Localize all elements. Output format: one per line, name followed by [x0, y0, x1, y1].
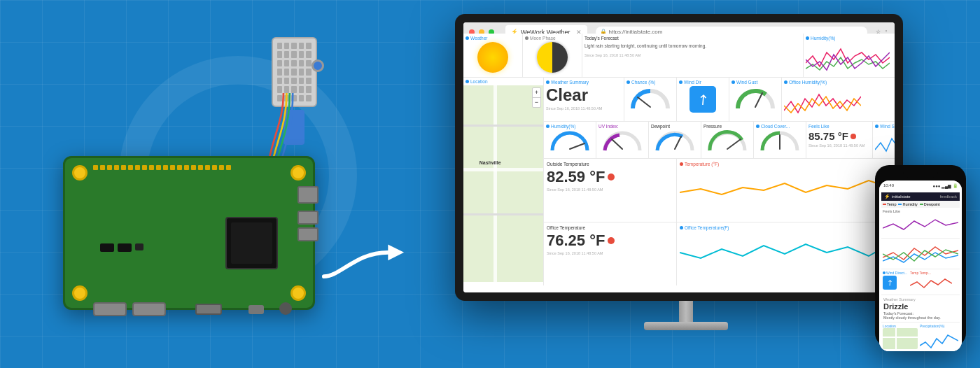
dashboard-row1: Weather Moon Phase Today's Forecast Ligh…	[463, 34, 895, 78]
micro-usb-port	[248, 305, 264, 314]
dewpoint-label: Dewpoint	[651, 124, 670, 129]
dewpoint-gauge-svg	[654, 129, 695, 153]
temp-chart-widget: Temperature (°F)	[677, 159, 895, 222]
sensor-hole	[306, 86, 311, 92]
sensor-hole	[306, 69, 311, 75]
chip-small	[118, 243, 132, 252]
sensor-hole	[306, 60, 311, 66]
summary-since: Since Sep 16, 2018 11:48:50 AM	[546, 106, 622, 111]
map-road3	[463, 213, 543, 215]
phone-precip-section: Precipitation(%)	[920, 324, 958, 351]
phone-signal: ●●● ▂▄▆ 🔋	[933, 183, 958, 188]
moon-widget-icon	[537, 42, 568, 73]
wind-gust-gauge	[734, 86, 776, 111]
sensor-hole	[299, 60, 304, 66]
map-widget-tall: Location Nashville + −	[463, 78, 544, 285]
moon-widget: Moon Phase	[523, 34, 582, 77]
sensor-hole	[284, 69, 289, 75]
phone-status-bar: 10:40 ●●● ▂▄▆ 🔋	[879, 181, 962, 190]
office-temp-chart-widget: Office Temperature(F)	[677, 222, 895, 285]
svg-line-6	[675, 136, 681, 149]
map-city: Nashville	[479, 160, 501, 165]
summary-value: Clear	[546, 86, 622, 104]
sensor-hole	[277, 51, 282, 57]
gpio-pin	[142, 165, 147, 170]
sensor-hole	[284, 51, 289, 57]
phone-content: ⚡ initialstate feedback Temp Humidity De…	[879, 190, 962, 351]
monitor-base	[644, 322, 728, 330]
humidity-chart-widget: Humidity(%)	[804, 34, 895, 77]
pi-illustration	[42, 37, 392, 331]
phone-chart1-label: Feels Like	[883, 209, 958, 213]
svg-line-3	[755, 93, 762, 107]
moon-widget-label: Moon Phase	[525, 36, 556, 41]
sensor-button	[312, 59, 324, 72]
raspberry-pi-board	[63, 156, 315, 310]
usb-port	[298, 211, 318, 225]
sensor-hole	[299, 69, 304, 75]
usb-port-bottom	[132, 302, 166, 316]
phone-weather-summary-label: Weather Summary	[883, 297, 958, 302]
gpio-pin	[128, 165, 133, 170]
outside-temp-label: Outside Temperature	[547, 162, 673, 167]
humidity-gauge-svg	[550, 129, 590, 153]
phone-road-v	[895, 328, 897, 349]
weather-widget-label: Weather	[465, 36, 487, 41]
chip-small	[100, 243, 114, 252]
gpio-pin	[170, 165, 175, 170]
gpio-header	[93, 162, 285, 172]
cpu-chip-inner	[231, 222, 272, 264]
wind-dir-widget: Wind Dir ↗	[677, 78, 729, 121]
gpio-pin	[114, 165, 119, 170]
phone-location-section: Location	[883, 324, 918, 351]
phone-road	[883, 337, 918, 338]
gpio-pin	[149, 165, 154, 170]
wind-gust-widget: Wind Gust	[729, 78, 782, 121]
sensor-hole	[291, 78, 296, 84]
wind-gust-label: Wind Gust	[732, 80, 757, 85]
map-zoom-widget[interactable]: + −	[532, 87, 541, 108]
phone-precip-chart	[920, 328, 958, 349]
full-dashboard: Weather Moon Phase Today's Forecast Ligh…	[463, 34, 895, 285]
zoom-out[interactable]: −	[533, 98, 540, 107]
office-temp-chart-label: Office Temperature(F)	[680, 225, 895, 230]
phone-legend-item: Temp	[883, 202, 896, 206]
arrow-svg	[315, 236, 413, 292]
phone-chart1-area: Feels Like	[881, 208, 960, 238]
right-section: ⚡ WeWork Weather ✕ 🔒 https://initialstat…	[434, 0, 980, 368]
gpio-pin	[156, 165, 161, 170]
phone-wind-section: Wind Direct... ↗ Temp Temp...	[881, 269, 960, 295]
feels-like-widget: Feels Like 85.75 °F Since Sep 16, 2018 1…	[806, 122, 873, 158]
pressure-label: Pressure	[704, 124, 722, 129]
sensor-hole	[291, 51, 296, 57]
usb-ports-bottom	[93, 302, 166, 316]
humidity-chart-svg	[806, 42, 890, 73]
phone-screen: 10:40 ●●● ▂▄▆ 🔋 ⚡ initialstate feedback …	[879, 181, 962, 351]
uv-widget: UV Index:	[596, 122, 649, 158]
temp-chart-svg	[680, 168, 895, 203]
humidity-gauge-widget: Humidity(%)	[544, 122, 596, 158]
sensor-hole	[306, 43, 311, 49]
sensor-hole	[284, 86, 289, 92]
phone-chart2-area	[881, 239, 960, 269]
forecast-widget: Today's Forecast Light rain starting ton…	[582, 34, 804, 77]
forecast-widget-since: Since Sep 16, 2018 11:48:50 AM	[584, 53, 801, 57]
wind-speed-widget: Wind Speed	[873, 122, 895, 158]
dashboard-right-content: Weather Summary Clear Since Sep 16, 2018…	[544, 78, 895, 285]
uv-label: UV Index:	[598, 124, 619, 129]
map-widget-bg: Nashville + −	[463, 85, 543, 282]
sensor-hole	[291, 86, 296, 92]
phone-feedback: feedback	[940, 194, 957, 199]
office-temp-since: Since Sep 16, 2018 11:48:50 AM	[547, 251, 673, 255]
office-temp-chart-svg	[680, 232, 895, 267]
zoom-in[interactable]: +	[533, 88, 540, 98]
dashboard-row4: Outside Temperature 82.59 °F Since Sep 1…	[544, 159, 895, 222]
gpio-pin	[198, 165, 203, 170]
gpio-pin	[184, 165, 189, 170]
wind-dir-icon2: ↗	[690, 86, 716, 113]
office-humidity-chart	[784, 86, 861, 118]
sensor-hole	[291, 43, 296, 49]
gpio-pin	[205, 165, 210, 170]
outside-temp-widget: Outside Temperature 82.59 °F Since Sep 1…	[544, 159, 677, 222]
dashboard-main: Location Nashville + −	[463, 78, 895, 285]
